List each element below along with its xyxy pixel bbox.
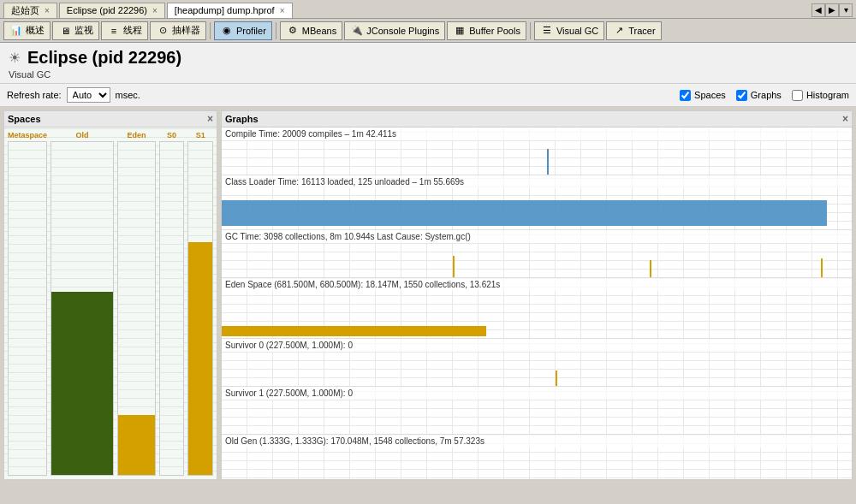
spaces-content: Metaspace Old Eden S0 bbox=[4, 127, 217, 479]
eden-space-area bbox=[222, 291, 852, 338]
window-header: ☀ Eclipse (pid 22296) Visual GC bbox=[0, 43, 856, 84]
buffer-icon: ▦ bbox=[453, 24, 467, 38]
graphs-content[interactable]: Compile Time: 20009 compiles – 1m 42.411… bbox=[222, 127, 852, 479]
compile-time-area bbox=[222, 140, 852, 175]
monitor-icon: 🖥 bbox=[58, 24, 72, 38]
s1-bar-fill bbox=[188, 242, 212, 475]
toolbar: 📊 概述 🖥 监视 ≡ 线程 ⊙ 抽样器 ◉ Profiler ⚙ MBeans… bbox=[0, 19, 856, 43]
histogram-checkbox-label: Histogram bbox=[806, 90, 849, 100]
spaces-panel-close[interactable]: × bbox=[207, 113, 213, 125]
metaspace-bar-container bbox=[8, 141, 47, 476]
browser-tabs: 起始页 × Eclipse (pid 22296) × [heapdump] d… bbox=[0, 0, 856, 19]
class-loader-row: Class Loader Time: 16113 loaded, 125 unl… bbox=[222, 175, 852, 230]
graphs-panel-title: Graphs bbox=[225, 114, 259, 124]
nav-right[interactable]: ▶ bbox=[825, 3, 839, 17]
nav-left[interactable]: ◀ bbox=[811, 3, 825, 17]
tab-close-eclipse[interactable]: × bbox=[152, 6, 158, 15]
spaces-panel: Spaces × Metaspace Old Eden bbox=[3, 110, 217, 480]
refresh-unit: msec. bbox=[116, 90, 140, 100]
toolbar-sep2 bbox=[276, 22, 276, 39]
btn-visual-gc[interactable]: ☰ Visual GC bbox=[534, 21, 604, 40]
btn-buffer[interactable]: ▦ Buffer Pools bbox=[447, 21, 526, 40]
old-label: Old bbox=[76, 131, 89, 139]
eden-column: Eden bbox=[117, 131, 156, 476]
btn-profiler[interactable]: ◉ Profiler bbox=[214, 21, 272, 40]
refresh-select[interactable]: Auto 1000 2000 5000 bbox=[67, 87, 110, 103]
btn-sampler[interactable]: ⊙ 抽样器 bbox=[150, 21, 206, 40]
metaspace-label: Metaspace bbox=[8, 131, 47, 139]
spaces-checkbox[interactable] bbox=[680, 90, 691, 101]
eden-space-label: Eden Space (681.500M, 680.500M): 18.147M… bbox=[222, 278, 852, 291]
btn-threads[interactable]: ≡ 线程 bbox=[101, 21, 148, 40]
graphs-panel-close[interactable]: × bbox=[842, 113, 848, 125]
graphs-checkbox-label: Graphs bbox=[751, 90, 782, 100]
compile-time-label: Compile Time: 20009 compiles – 1m 42.411… bbox=[222, 127, 852, 140]
survivor1-label: Survivor 1 (227.500M, 1.000M): 0 bbox=[222, 387, 852, 400]
nav-down[interactable]: ▾ bbox=[839, 3, 853, 17]
btn-plugins[interactable]: 🔌 JConsole Plugins bbox=[344, 21, 445, 40]
btn-monitor[interactable]: 🖥 监视 bbox=[52, 21, 99, 40]
toolbar-sep3 bbox=[530, 22, 531, 39]
class-loader-label: Class Loader Time: 16113 loaded, 125 unl… bbox=[222, 175, 852, 188]
old-bar-fill bbox=[51, 292, 113, 475]
survivor0-row: Survivor 0 (227.500M, 1.000M): 0 bbox=[222, 339, 852, 387]
gc-spike3 bbox=[821, 258, 823, 277]
s0-label: S0 bbox=[167, 131, 176, 139]
s0-column: S0 bbox=[159, 131, 185, 476]
eden-label: Eden bbox=[127, 131, 146, 139]
spaces-checkbox-label: Spaces bbox=[694, 90, 726, 100]
profiler-icon: ◉ bbox=[220, 24, 234, 38]
spaces-checkbox-group[interactable]: Spaces bbox=[680, 90, 726, 101]
spaces-panel-title: Spaces bbox=[8, 114, 41, 124]
spaces-panel-header: Spaces × bbox=[4, 111, 217, 127]
class-loader-area bbox=[222, 188, 852, 229]
tab-close-start[interactable]: × bbox=[45, 6, 50, 15]
graphs-checkbox[interactable] bbox=[736, 90, 747, 101]
s1-label: S1 bbox=[196, 131, 205, 139]
graphs-checkbox-group[interactable]: Graphs bbox=[736, 90, 782, 101]
btn-overview[interactable]: 📊 概述 bbox=[3, 21, 51, 40]
survivor0-area bbox=[222, 352, 852, 386]
window-title: Eclipse (pid 22296) bbox=[27, 48, 181, 68]
metaspace-column: Metaspace bbox=[8, 131, 47, 476]
tracer-icon: ↗ bbox=[612, 24, 626, 38]
thread-icon: ≡ bbox=[107, 24, 121, 38]
toolbar-sep1 bbox=[210, 22, 211, 39]
compile-spike bbox=[547, 149, 549, 175]
survivor0-spike bbox=[556, 371, 557, 386]
plugins-icon: 🔌 bbox=[350, 24, 364, 38]
eden-bar bbox=[222, 326, 486, 336]
gc-time-label: GC Time: 3098 collections, 8m 10.944s La… bbox=[222, 230, 852, 243]
eden-space-row: Eden Space (681.500M, 680.500M): 18.147M… bbox=[222, 278, 852, 339]
visual-gc-label: Visual GC bbox=[9, 69, 847, 80]
nav-arrows: ◀ ▶ ▾ bbox=[811, 3, 853, 17]
class-loader-bar bbox=[222, 200, 827, 226]
old-gen-row: Old Gen (1.333G, 1.333G): 170.048M, 1548… bbox=[222, 435, 852, 479]
eden-bar-fill bbox=[118, 415, 155, 475]
gc-time-row: GC Time: 3098 collections, 8m 10.944s La… bbox=[222, 230, 852, 278]
s0-bar-container bbox=[159, 141, 185, 476]
btn-tracer[interactable]: ↗ Tracer bbox=[606, 21, 661, 40]
compile-time-row: Compile Time: 20009 compiles – 1m 42.411… bbox=[222, 127, 852, 175]
histogram-checkbox[interactable] bbox=[792, 90, 803, 101]
tab-eclipse[interactable]: Eclipse (pid 22296) × bbox=[59, 3, 165, 18]
gc-spike2 bbox=[650, 260, 651, 277]
chart-icon: 📊 bbox=[9, 24, 23, 38]
eden-bar-container bbox=[117, 141, 156, 476]
s1-column: S1 bbox=[187, 131, 213, 476]
survivor0-label: Survivor 0 (227.500M, 1.000M): 0 bbox=[222, 339, 852, 352]
btn-mbeans[interactable]: ⚙ MBeans bbox=[280, 21, 342, 40]
old-column: Old bbox=[51, 131, 114, 476]
tab-close-heap[interactable]: × bbox=[280, 6, 285, 15]
old-gen-label: Old Gen (1.333G, 1.333G): 170.048M, 1548… bbox=[222, 435, 852, 448]
mbeans-icon: ⚙ bbox=[286, 24, 300, 38]
histogram-checkbox-group[interactable]: Histogram bbox=[792, 90, 849, 101]
gc-icon: ☰ bbox=[540, 24, 554, 38]
refresh-label: Refresh rate: bbox=[7, 90, 62, 100]
tab-heap[interactable]: [heapdump] dump.hprof × bbox=[167, 3, 293, 18]
sampler-icon: ⊙ bbox=[156, 24, 169, 38]
survivor1-row: Survivor 1 (227.500M, 1.000M): 0 bbox=[222, 387, 852, 435]
s1-bar-container bbox=[187, 141, 213, 476]
tab-start[interactable]: 起始页 × bbox=[3, 3, 57, 18]
gc-spike1 bbox=[453, 256, 455, 277]
